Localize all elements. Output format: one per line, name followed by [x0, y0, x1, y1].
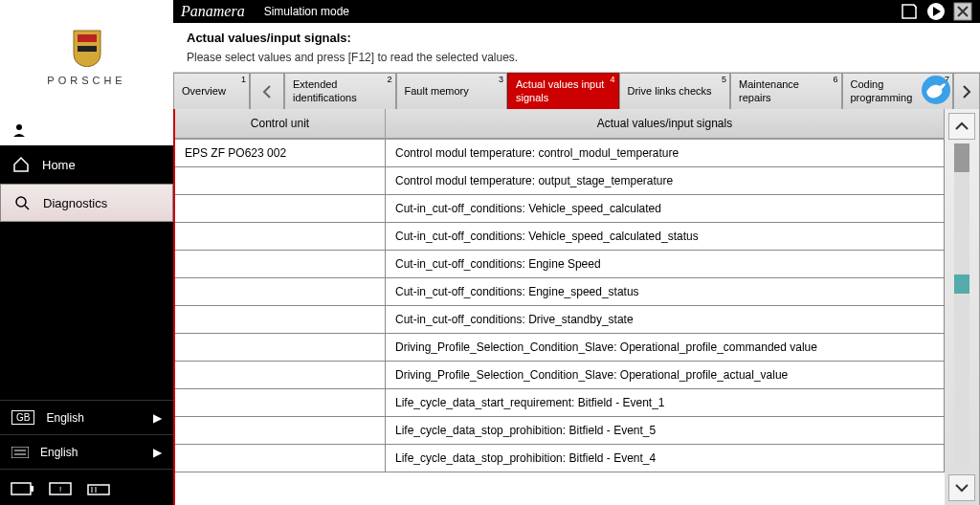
cell-control-unit — [175, 334, 386, 361]
device-1-icon[interactable]: ! — [48, 477, 75, 498]
scroll-thumb[interactable] — [954, 143, 969, 172]
sidebar-item-label: Diagnostics — [43, 196, 107, 210]
cell-value: Life_cycle_data_stop_prohibition: Bitfie… — [386, 445, 945, 472]
table-row[interactable]: EPS ZF PO623 002Control modul temperatur… — [175, 140, 945, 167]
svg-line-4 — [25, 206, 29, 209]
language-label: English — [40, 446, 78, 459]
simulation-mode-label: Simulation mode — [264, 5, 349, 18]
scroll-down-button[interactable] — [948, 474, 975, 501]
brand-name: PORSCHE — [47, 75, 125, 86]
cell-control-unit — [175, 223, 386, 250]
col-control-unit: Control unit — [175, 109, 386, 138]
table-row[interactable]: Life_cycle_data_start_requirement: Bitfi… — [175, 389, 945, 417]
tab-fault-memory[interactable]: 3Fault memory — [396, 73, 508, 109]
cell-control-unit — [175, 362, 386, 388]
topbar: Panamera Simulation mode — [173, 0, 980, 23]
cell-value: Driving_Profile_Selection_Condition_Slav… — [386, 362, 945, 388]
user-bar[interactable] — [0, 115, 173, 145]
table-row[interactable]: Cut-in_cut-off_conditions: Vehicle_speed… — [175, 223, 945, 251]
porsche-crest-icon — [72, 29, 102, 67]
cell-value: Life_cycle_data_start_requirement: Bitfi… — [386, 389, 945, 416]
device-2-icon[interactable] — [86, 477, 113, 498]
chevron-right-icon — [959, 84, 974, 99]
cell-control-unit — [175, 251, 386, 277]
cell-control-unit — [175, 417, 386, 444]
sidebar-item-label: Home — [42, 158, 76, 172]
chevron-left-icon — [259, 84, 275, 99]
scroll-track[interactable] — [954, 143, 969, 471]
page-subtitle: Please select values and press [F12] to … — [187, 51, 967, 64]
chevron-down-icon — [954, 482, 969, 494]
table-row[interactable]: Driving_Profile_Selection_Condition_Slav… — [175, 362, 945, 389]
scroll-column — [945, 109, 979, 505]
table-row[interactable]: Cut-in_cut-off_conditions: Drive_standby… — [175, 306, 945, 334]
cell-value: Cut-in_cut-off_conditions: Drive_standby… — [386, 306, 945, 333]
cell-control-unit: EPS ZF PO623 002 — [175, 140, 386, 166]
page-header: Actual values/input signals: Please sele… — [173, 23, 980, 73]
cell-control-unit — [175, 195, 386, 222]
table-row[interactable]: Life_cycle_data_stop_prohibition: Bitfie… — [175, 417, 945, 445]
model-title: Panamera — [181, 3, 245, 20]
language-badge: GB — [11, 410, 34, 425]
tab-actual-values[interactable]: 4Actual values input signals — [507, 73, 619, 109]
tab-maintenance[interactable]: 6Maintenance repairs — [730, 73, 842, 109]
svg-point-2 — [16, 124, 22, 130]
bottom-toolbar: ! — [0, 469, 173, 505]
diagnostics-icon — [12, 193, 32, 212]
tab-label: Fault memory — [405, 85, 469, 98]
svg-rect-8 — [11, 483, 31, 494]
home-icon — [11, 155, 31, 174]
tab-drive-links[interactable]: 5Drive links checks — [619, 73, 731, 109]
svg-rect-1 — [78, 46, 97, 52]
table-row[interactable]: Life_cycle_data_stop_prohibition: Bitfie… — [175, 445, 945, 472]
save-icon[interactable] — [900, 2, 919, 21]
table-row[interactable]: Cut-in_cut-off_conditions: Vehicle_speed… — [175, 195, 945, 223]
language-label: English — [46, 411, 83, 425]
close-icon[interactable] — [953, 2, 972, 21]
table-row[interactable]: Control modul temperature: output_stage_… — [175, 167, 945, 195]
table-header: Control unit Actual values/input signals — [175, 109, 945, 139]
svg-rect-0 — [78, 34, 97, 42]
bird-icon[interactable] — [921, 75, 951, 105]
play-icon[interactable] — [926, 2, 946, 21]
cell-control-unit — [175, 389, 386, 416]
scroll-thumb-secondary[interactable] — [954, 274, 969, 294]
tab-extended-identifications[interactable]: 2Extended identifications — [284, 73, 396, 109]
cell-value: Cut-in_cut-off_conditions: Engine Speed — [386, 251, 945, 277]
tab-label: Actual values input signals — [516, 78, 611, 103]
svg-rect-12 — [88, 485, 109, 494]
chevron-right-icon: ▶ — [153, 446, 162, 459]
tab-label: Drive links checks — [628, 85, 712, 98]
table-row[interactable]: Driving_Profile_Selection_Condition_Slav… — [175, 334, 945, 362]
tab-next[interactable] — [953, 73, 980, 109]
svg-rect-9 — [31, 486, 33, 492]
tab-label: Overview — [182, 85, 226, 98]
sidebar-item-home[interactable]: Home — [0, 145, 173, 184]
sidebar: PORSCHE Home Diagnostics — [0, 0, 173, 505]
table-row[interactable]: Cut-in_cut-off_conditions: Engine_speed_… — [175, 278, 945, 306]
chevron-right-icon: ▶ — [153, 411, 162, 425]
battery-icon[interactable] — [10, 477, 36, 498]
sidebar-item-diagnostics[interactable]: Diagnostics — [0, 184, 173, 222]
svg-text:!: ! — [59, 485, 61, 494]
cell-control-unit — [175, 306, 386, 333]
keyboard-icon — [11, 447, 29, 458]
cell-value: Control modul temperature: output_stage_… — [386, 167, 945, 194]
language-selector-1[interactable]: GB English ▶ — [0, 400, 173, 434]
col-actual-values: Actual values/input signals — [386, 109, 945, 138]
cell-control-unit — [175, 167, 386, 194]
cell-value: Cut-in_cut-off_conditions: Vehicle_speed… — [386, 195, 945, 222]
scroll-up-button[interactable] — [948, 113, 975, 140]
tab-overview[interactable]: 1Overview — [173, 73, 250, 109]
tab-prev[interactable] — [250, 73, 284, 109]
cell-value: Control modul temperature: control_modul… — [386, 140, 945, 166]
table-row[interactable]: Cut-in_cut-off_conditions: Engine Speed — [175, 251, 945, 278]
main-area: Panamera Simulation mode Actual values/i… — [173, 0, 980, 505]
language-selector-2[interactable]: English ▶ — [0, 434, 173, 469]
page-title: Actual values/input signals: — [187, 31, 967, 45]
cell-value: Cut-in_cut-off_conditions: Vehicle_speed… — [386, 223, 945, 250]
cell-value: Life_cycle_data_stop_prohibition: Bitfie… — [386, 417, 945, 444]
cell-value: Cut-in_cut-off_conditions: Engine_speed_… — [386, 278, 945, 305]
tab-bar: 1Overview 2Extended identifications 3Fau… — [173, 73, 980, 109]
brand-logo-area: PORSCHE — [0, 0, 173, 115]
